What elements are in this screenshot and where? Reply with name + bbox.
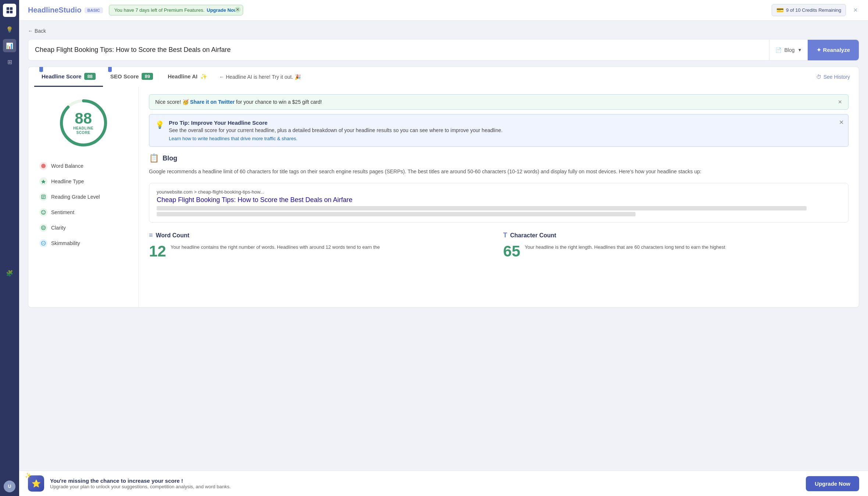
main-area: HeadlineStudio BASIC You have 7 days lef…: [19, 0, 868, 496]
reading-grade-icon: [39, 193, 47, 201]
metric-headline-type[interactable]: Headline Type: [36, 174, 131, 188]
pro-tip-content: Pro Tip: Improve Your Headline Score See…: [169, 120, 502, 141]
blog-section-description: Google recommends a headline limit of 60…: [149, 167, 849, 176]
top-nav: HeadlineStudio BASIC You have 7 days lef…: [19, 0, 868, 21]
char-count-desc: Your headline is the right length. Headl…: [525, 244, 725, 251]
brand: HeadlineStudio BASIC: [28, 6, 103, 14]
reading-grade-label: Reading Grade Level: [51, 194, 100, 200]
basic-badge: BASIC: [85, 7, 103, 13]
blog-label: Blog: [785, 47, 795, 53]
main-panel: 88 HEADLINESCORE Word Balance: [28, 87, 859, 308]
metric-word-balance[interactable]: Word Balance: [36, 159, 131, 173]
headline-input[interactable]: [35, 39, 769, 60]
trial-close-button[interactable]: ✕: [235, 7, 241, 13]
svg-point-12: [42, 212, 43, 212]
trial-text: You have 7 days left of Premium Features…: [114, 7, 204, 13]
stats-row: ≡ Word Count 12 Your headline contains t…: [149, 231, 849, 259]
share-alert: Nice score! 🥳 Share it on Twitter for yo…: [149, 94, 849, 110]
svg-rect-3: [10, 11, 13, 13]
sparkle-icon: ✨: [25, 472, 31, 478]
sentiment-icon: [39, 208, 47, 216]
pro-tip-body: See the overall score for your current h…: [169, 127, 502, 133]
main-content: ← Back 📄 Blog ▼ ✦ Reanalyze Headline Sco…: [19, 21, 868, 496]
serp-preview: yourwebsite.com > cheap-flight-booking-t…: [149, 183, 849, 223]
char-count-label: Character Count: [510, 232, 556, 239]
blog-type-selector[interactable]: 📄 Blog ▼: [769, 40, 808, 60]
score-number: 88: [73, 111, 93, 126]
metric-sentiment[interactable]: Sentiment: [36, 205, 131, 219]
word-count-label: Word Count: [156, 232, 189, 239]
headline-type-label: Headline Type: [51, 178, 84, 184]
upgrade-now-link[interactable]: Upgrade Now: [207, 7, 238, 13]
sidebar-icon-chart[interactable]: 📊: [3, 39, 16, 52]
blog-section-title: Blog: [163, 155, 177, 162]
pro-tip-close[interactable]: ✕: [839, 119, 844, 126]
clarity-icon: [39, 224, 47, 232]
headline-input-row: 📄 Blog ▼ ✦ Reanalyze: [28, 39, 859, 61]
reanalyze-button[interactable]: ✦ Reanalyze: [808, 40, 859, 60]
share-twitter-link[interactable]: Share it on Twitter: [190, 99, 235, 105]
upgrade-bar: ✨ ⭐ You're missing the chance to increas…: [19, 471, 868, 496]
brand-name: HeadlineStudio: [28, 6, 82, 14]
upgrade-text: You're missing the chance to increase yo…: [50, 478, 800, 489]
serp-desc-lines: [157, 206, 841, 216]
metric-clarity[interactable]: Clarity: [36, 221, 131, 235]
svg-point-6: [41, 164, 46, 168]
svg-rect-2: [7, 11, 9, 13]
metric-list: Word Balance Headline Type Reading Grade…: [36, 159, 131, 250]
serp-desc-line-2: [157, 212, 636, 216]
clarity-label: Clarity: [51, 225, 66, 231]
credits-badge: 💳 9 of 10 Credits Remaining: [772, 4, 846, 16]
back-link[interactable]: ← Back: [28, 28, 859, 34]
seo-score-badge: 89: [142, 73, 153, 80]
pro-tip-title: Pro Tip: Improve Your Headline Score: [169, 120, 502, 126]
upgrade-bar-title: You're missing the chance to increase yo…: [50, 478, 800, 484]
skimmability-label: Skimmability: [51, 240, 80, 246]
user-avatar[interactable]: U: [4, 481, 15, 492]
svg-point-13: [44, 212, 45, 212]
upgrade-now-button[interactable]: Upgrade Now: [806, 476, 859, 491]
chevron-down-icon: ▼: [798, 47, 802, 53]
stat-word-count: ≡ Word Count 12 Your headline contains t…: [149, 231, 494, 259]
serp-url: yourwebsite.com > cheap-flight-booking-t…: [157, 189, 841, 195]
see-history-button[interactable]: ⏱ See History: [813, 71, 853, 83]
score-circle-container: 88 HEADLINESCORE: [36, 97, 131, 149]
word-count-desc: Your headline contains the right number …: [171, 244, 380, 251]
topnav-close-button[interactable]: ×: [852, 4, 859, 16]
sidebar-icon-layers[interactable]: ⊞: [3, 55, 16, 68]
score-label: HEADLINESCORE: [73, 126, 93, 135]
logo[interactable]: [3, 4, 16, 17]
headline-ai-icon: ✨: [200, 73, 207, 80]
sentiment-label: Sentiment: [51, 209, 74, 215]
pro-tip-link[interactable]: Learn how to write headlines that drive …: [169, 136, 298, 141]
svg-point-14: [42, 226, 46, 230]
word-count-header: ≡ Word Count: [149, 231, 189, 239]
score-panel: 88 HEADLINESCORE Word Balance: [28, 87, 139, 307]
headline-ai-promo-text: ← Headline AI is here! Try it out. 🎉: [215, 68, 301, 86]
alert-green-close[interactable]: ✕: [838, 99, 842, 105]
char-count-icon: T: [503, 231, 507, 239]
tab-headline-score[interactable]: Headline Score 88: [34, 67, 103, 87]
blog-section-header: 📋 Blog: [149, 153, 849, 163]
char-count-header: T Character Count: [503, 231, 556, 239]
svg-rect-1: [10, 7, 13, 10]
tab-headline-ai[interactable]: Headline AI ✨: [160, 67, 215, 87]
char-count-number: 65: [503, 244, 520, 259]
metric-reading-grade[interactable]: Reading Grade Level: [36, 190, 131, 204]
sidebar-icon-lightbulb[interactable]: 💡: [3, 23, 16, 36]
metric-skimmability[interactable]: Skimmability: [36, 236, 131, 250]
see-history-label: See History: [823, 74, 850, 80]
share-alert-text: Nice score! 🥳 Share it on Twitter for yo…: [155, 99, 322, 105]
sidebar-icon-puzzle[interactable]: 🧩: [3, 266, 16, 280]
upgrade-bar-subtitle: Upgrade your plan to unlock your suggest…: [50, 484, 800, 489]
headline-ai-tab-label: Headline AI: [168, 73, 198, 79]
blog-icon: 📄: [775, 47, 782, 53]
credits-text: 9 of 10 Credits Remaining: [786, 7, 841, 13]
tab-bookmark-seo: [108, 67, 112, 72]
lightbulb-icon: 💡: [155, 120, 164, 141]
seo-score-tab-label: SEO Score: [110, 73, 139, 79]
headline-score-tab-label: Headline Score: [42, 73, 81, 79]
history-icon: ⏱: [816, 74, 821, 80]
tab-seo-score[interactable]: SEO Score 89: [103, 67, 160, 87]
word-balance-label: Word Balance: [51, 163, 83, 169]
